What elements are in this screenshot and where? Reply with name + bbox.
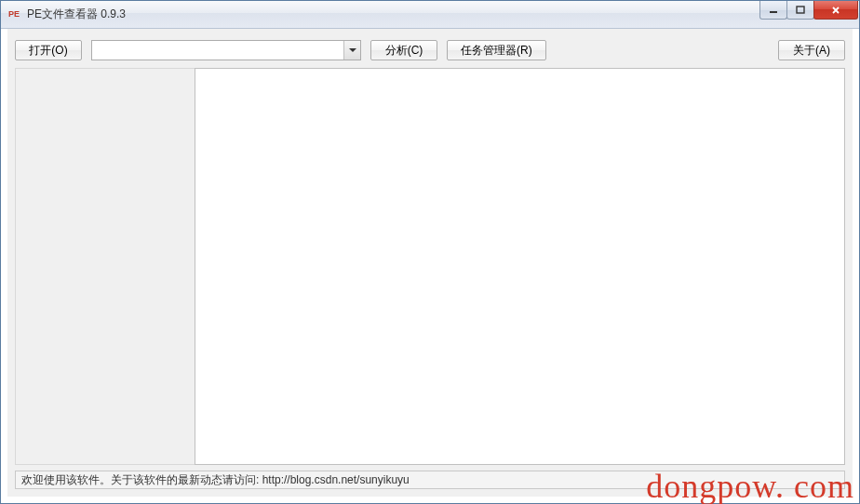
status-text: 欢迎使用该软件。关于该软件的最新动态请访问: http://blog.csdn.… <box>21 472 410 488</box>
close-button[interactable] <box>813 1 858 20</box>
side-panel <box>16 69 195 464</box>
task-manager-button[interactable]: 任务管理器(R) <box>447 40 546 60</box>
window-title: PE文件查看器 0.9.3 <box>27 7 126 22</box>
open-button[interactable]: 打开(O) <box>15 40 82 60</box>
minimize-button[interactable] <box>759 1 787 20</box>
status-bar: 欢迎使用该软件。关于该软件的最新动态请访问: http://blog.csdn.… <box>15 471 845 489</box>
main-area <box>15 68 845 465</box>
file-combo[interactable] <box>91 40 361 60</box>
file-combo-input[interactable] <box>92 44 343 57</box>
combo-dropdown-button[interactable] <box>343 41 360 60</box>
svg-rect-1 <box>797 7 804 13</box>
toolbar: 打开(O) 分析(C) 任务管理器(R) 关于(A) <box>15 36 845 68</box>
minimize-icon <box>768 6 779 15</box>
content-panel <box>195 68 845 465</box>
about-button[interactable]: 关于(A) <box>778 40 845 60</box>
window-controls <box>760 1 859 20</box>
titlebar[interactable]: PE PE文件查看器 0.9.3 <box>1 1 859 29</box>
analyze-button[interactable]: 分析(C) <box>370 40 437 60</box>
client-area: 打开(O) 分析(C) 任务管理器(R) 关于(A) <box>7 29 853 497</box>
app-icon-text: PE <box>8 10 20 19</box>
app-window: PE PE文件查看器 0.9.3 打开(O) <box>0 0 860 504</box>
maximize-button[interactable] <box>786 1 814 20</box>
app-icon: PE <box>7 7 21 22</box>
svg-rect-0 <box>770 11 777 13</box>
chevron-down-icon <box>349 48 356 53</box>
close-icon <box>830 6 841 15</box>
maximize-icon <box>795 6 806 15</box>
